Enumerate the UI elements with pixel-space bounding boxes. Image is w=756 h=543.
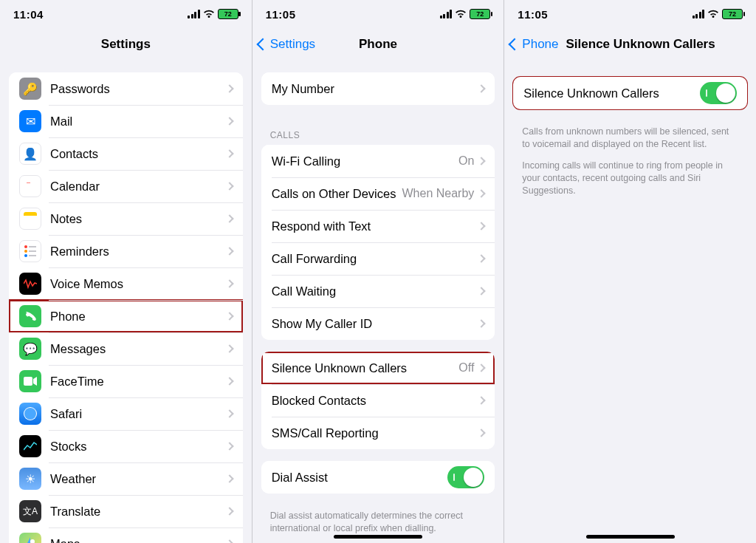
calls-other-devices-row[interactable]: Calls on Other DevicesWhen Nearby [261, 177, 495, 210]
wifi-icon [203, 8, 215, 21]
svg-rect-3 [29, 246, 36, 247]
settings-row-calendar[interactable]: –14Calendar [9, 170, 243, 202]
reminders-icon [19, 240, 41, 262]
battery-icon: 72 [218, 9, 238, 19]
chevron-right-icon [225, 442, 233, 450]
svg-point-2 [24, 254, 27, 257]
call-waiting-row[interactable]: Call Waiting [261, 275, 495, 307]
dial-assist-row: Dial Assist [261, 461, 495, 494]
contacts-icon: 👤 [19, 143, 41, 165]
chevron-right-icon [225, 539, 233, 543]
chevron-right-icon [225, 149, 233, 157]
settings-group: 🔑Passwords ✉︎Mail 👤Contacts –14Calendar … [9, 72, 243, 543]
wifi-calling-row[interactable]: Wi-Fi CallingOn [261, 145, 495, 177]
chevron-right-icon [225, 409, 233, 417]
home-indicator[interactable] [334, 535, 422, 539]
weather-icon: ☀︎ [19, 468, 41, 490]
chevron-right-icon [478, 189, 486, 197]
signal-icon [693, 10, 705, 18]
show-caller-id-row[interactable]: Show My Caller ID [261, 307, 495, 340]
settings-row-contacts[interactable]: 👤Contacts [9, 137, 243, 170]
settings-row-mail[interactable]: ✉︎Mail [9, 105, 243, 137]
battery-icon: 72 [722, 9, 743, 19]
calls-section-header: CALLS [252, 117, 504, 145]
settings-row-safari[interactable]: Safari [9, 397, 243, 430]
silence-unknown-callers-pane: 11:05 72 Phone Silence Unknown Callers S… [504, 0, 756, 543]
chevron-right-icon [225, 344, 233, 352]
status-time: 11:05 [266, 8, 296, 21]
maps-icon [19, 533, 41, 543]
messages-icon: 💬 [19, 338, 41, 360]
status-bar: 11:05 72 [504, 0, 756, 28]
back-button[interactable]: Settings [258, 28, 315, 60]
key-icon: 🔑 [19, 78, 41, 100]
svg-point-8 [24, 408, 36, 420]
wifi-icon [707, 8, 719, 21]
battery-icon: 72 [470, 9, 490, 19]
status-time: 11:04 [13, 8, 44, 21]
settings-row-voice-memos[interactable]: Voice Memos [9, 267, 243, 300]
silence-footer-1: Calls from unknown numbers will be silen… [504, 121, 756, 152]
settings-row-maps[interactable]: Maps [9, 527, 243, 543]
chevron-right-icon [478, 222, 486, 230]
status-time: 11:05 [518, 8, 548, 21]
nav-bar: Phone Silence Unknown Callers [504, 28, 756, 61]
chevron-right-icon [225, 214, 233, 222]
wifi-icon [455, 8, 467, 21]
settings-row-weather[interactable]: ☀︎Weather [9, 462, 243, 495]
nav-title: Silence Unknown Callers [566, 37, 715, 52]
chevron-right-icon [225, 117, 233, 125]
signal-icon [188, 10, 200, 18]
chevron-right-icon [225, 377, 233, 385]
facetime-icon [19, 370, 41, 392]
status-bar: 11:05 72 [252, 0, 504, 28]
silence-unknown-callers-row[interactable]: Silence Unknown CallersOff [261, 352, 495, 384]
blocked-contacts-row[interactable]: Blocked Contacts [261, 384, 495, 417]
chevron-right-icon [225, 182, 233, 190]
respond-with-text-row[interactable]: Respond with Text [261, 210, 495, 242]
settings-row-translate[interactable]: 文ATranslate [9, 495, 243, 527]
calendar-icon: –14 [19, 175, 41, 197]
status-bar: 11:04 72 [0, 0, 252, 28]
notes-icon [19, 208, 41, 230]
svg-point-9 [30, 539, 35, 543]
nav-bar: Settings Phone [252, 28, 504, 61]
chevron-left-icon [256, 38, 269, 50]
settings-pane: 11:04 72 Settings 🔑Passwords ✉︎Mail 👤Con… [0, 0, 252, 543]
voice-memos-icon [19, 273, 41, 295]
chevron-right-icon [478, 254, 486, 262]
settings-row-phone[interactable]: Phone [9, 300, 243, 332]
svg-point-1 [24, 250, 27, 253]
my-number-row[interactable]: My Number [261, 72, 495, 105]
chevron-right-icon [225, 312, 233, 320]
settings-row-messages[interactable]: 💬Messages [9, 332, 243, 365]
settings-row-reminders[interactable]: Reminders [9, 235, 243, 267]
chevron-right-icon [478, 287, 486, 295]
settings-row-passwords[interactable]: 🔑Passwords [9, 72, 243, 105]
back-button[interactable]: Phone [510, 37, 558, 52]
dial-assist-toggle[interactable] [447, 466, 484, 488]
settings-row-facetime[interactable]: FaceTime [9, 365, 243, 397]
svg-point-0 [24, 245, 27, 248]
signal-icon [440, 10, 453, 18]
safari-icon [19, 403, 41, 425]
stocks-icon [19, 435, 41, 457]
svg-rect-6 [24, 377, 32, 386]
nav-title: Phone [359, 37, 397, 52]
sms-call-reporting-row[interactable]: SMS/Call Reporting [261, 417, 495, 449]
chevron-right-icon [478, 319, 486, 327]
mail-icon: ✉︎ [19, 110, 41, 132]
chevron-right-icon [225, 247, 233, 255]
svg-rect-5 [29, 255, 36, 256]
chevron-right-icon [225, 474, 233, 482]
home-indicator[interactable] [586, 535, 675, 539]
chevron-right-icon [225, 279, 233, 287]
silence-unknown-callers-toggle[interactable] [700, 82, 737, 104]
settings-row-notes[interactable]: Notes [9, 202, 243, 235]
nav-bar: Settings [0, 28, 252, 61]
silence-footer-2: Incoming calls will continue to ring fro… [504, 152, 756, 199]
chevron-right-icon [478, 396, 486, 404]
settings-row-stocks[interactable]: Stocks [9, 430, 243, 462]
call-forwarding-row[interactable]: Call Forwarding [261, 242, 495, 275]
translate-icon: 文A [19, 500, 41, 522]
